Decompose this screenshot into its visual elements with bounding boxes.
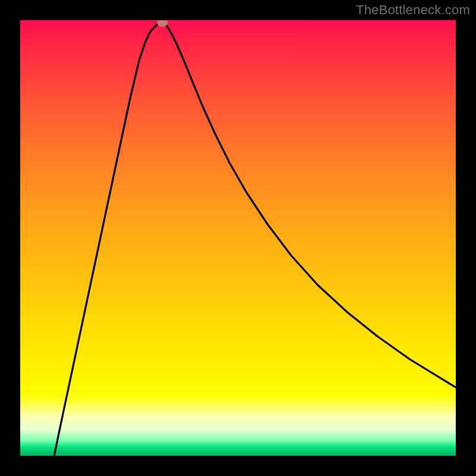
plot-background-gradient — [20, 20, 456, 456]
watermark-text: TheBottleneck.com — [356, 2, 470, 18]
chart-frame: TheBottleneck.com — [0, 0, 476, 476]
